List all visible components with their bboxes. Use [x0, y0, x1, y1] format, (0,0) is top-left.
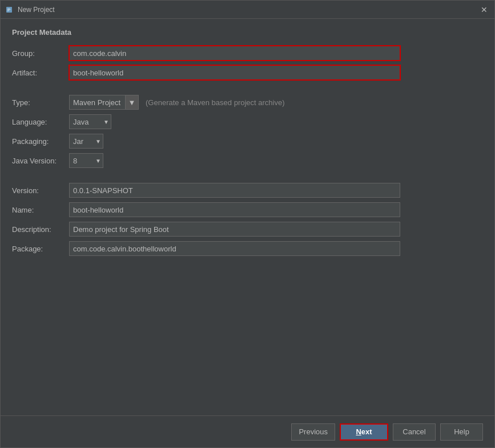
- help-button[interactable]: Help: [440, 423, 483, 441]
- language-label: Language:: [12, 115, 69, 129]
- description-input[interactable]: [69, 222, 400, 237]
- group-label: Group:: [12, 47, 69, 60]
- close-button[interactable]: ✕: [478, 4, 490, 15]
- type-label: Type:: [12, 96, 69, 109]
- group-field-wrapper: [69, 46, 400, 61]
- new-project-dialog: P New Project ✕ Project Metadata Group: …: [0, 0, 495, 448]
- spacer-2: [69, 85, 400, 90]
- artifact-field-wrapper: [69, 65, 400, 80]
- packaging-select-container: Jar War ▼: [69, 134, 103, 149]
- type-row: Maven Project Gradle Project ▼ (Generate…: [69, 95, 400, 110]
- title-bar: P New Project ✕: [1, 1, 494, 19]
- java-version-row: 8 11 17 ▼: [69, 153, 400, 168]
- java-version-label: Java Version:: [12, 154, 69, 167]
- name-label: Name:: [12, 203, 69, 217]
- spacer-1: [12, 85, 69, 90]
- version-field-wrapper: [69, 183, 400, 198]
- main-content: Project Metadata Group: Artifact: Type: …: [1, 19, 494, 415]
- name-field-wrapper: [69, 202, 400, 217]
- packaging-select[interactable]: Jar War: [69, 134, 103, 149]
- version-label: Version:: [12, 184, 69, 197]
- package-field-wrapper: [69, 241, 400, 256]
- svg-text:P: P: [7, 7, 10, 13]
- type-select[interactable]: Maven Project Gradle Project: [69, 95, 139, 110]
- window-title: New Project: [18, 6, 55, 14]
- description-field-wrapper: [69, 222, 400, 237]
- package-input[interactable]: [69, 241, 400, 256]
- project-icon: P: [5, 5, 14, 14]
- spacer-3: [12, 173, 69, 178]
- content-spacer: [12, 256, 483, 406]
- version-input[interactable]: [69, 183, 400, 198]
- title-bar-left: P New Project: [5, 5, 55, 14]
- language-select[interactable]: Java Kotlin Groovy: [69, 114, 111, 129]
- language-select-container: Java Kotlin Groovy ▼: [69, 114, 111, 129]
- next-underline-n: N: [356, 427, 361, 436]
- group-input[interactable]: [69, 46, 400, 61]
- next-label: Next: [356, 427, 372, 436]
- java-version-select[interactable]: 8 11 17: [69, 153, 103, 168]
- packaging-label: Packaging:: [12, 135, 69, 148]
- footer: Previous Next Cancel Help: [1, 415, 494, 447]
- description-label: Description:: [12, 223, 69, 236]
- spacer-4: [69, 173, 400, 178]
- form-grid: Group: Artifact: Type: Maven Project Gra…: [12, 46, 400, 256]
- section-title: Project Metadata: [12, 28, 483, 37]
- java-version-select-container: 8 11 17 ▼: [69, 153, 103, 168]
- package-label: Package:: [12, 242, 69, 255]
- next-button[interactable]: Next: [340, 423, 388, 441]
- type-select-container: Maven Project Gradle Project ▼: [69, 95, 139, 110]
- language-row: Java Kotlin Groovy ▼: [69, 114, 400, 129]
- packaging-row: Jar War ▼: [69, 134, 400, 149]
- cancel-button[interactable]: Cancel: [393, 423, 436, 441]
- name-input[interactable]: [69, 202, 400, 217]
- artifact-input[interactable]: [69, 65, 400, 80]
- artifact-label: Artifact:: [12, 66, 69, 79]
- type-hint: (Generate a Maven based project archive): [146, 98, 285, 107]
- previous-button[interactable]: Previous: [291, 423, 335, 441]
